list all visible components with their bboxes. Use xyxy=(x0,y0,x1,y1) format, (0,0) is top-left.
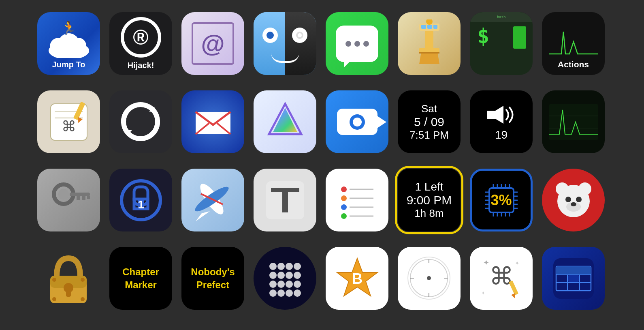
nobodys-prefect-icon[interactable]: Nobody's Prefect xyxy=(181,247,244,310)
airmail-icon[interactable] xyxy=(181,90,244,153)
volume-number: 19 xyxy=(495,129,508,141)
svg-rect-12 xyxy=(419,52,439,54)
reminders-icon[interactable] xyxy=(326,169,388,231)
zoom-icon[interactable] xyxy=(326,90,388,153)
svg-point-104 xyxy=(277,281,285,288)
stats-graph-icon[interactable] xyxy=(542,90,605,153)
svg-point-110 xyxy=(294,289,301,297)
stats-svg xyxy=(547,102,600,142)
svg-point-91 xyxy=(52,278,56,282)
airmail5-icon[interactable] xyxy=(181,169,244,231)
svg-point-33 xyxy=(58,189,69,199)
svg-rect-48 xyxy=(271,188,299,192)
svg-point-97 xyxy=(286,263,293,270)
cpu-percent-label: 3% xyxy=(490,192,512,209)
onepassword-icon[interactable]: 1 xyxy=(109,169,172,231)
tableflip-icon[interactable] xyxy=(542,247,605,310)
svg-rect-137 xyxy=(556,266,591,274)
jump-to-label: Jump To xyxy=(52,60,85,69)
terminal-green-block xyxy=(513,26,526,49)
finder-eye-right xyxy=(292,28,307,43)
svg-point-57 xyxy=(341,213,347,219)
svg-point-55 xyxy=(341,204,347,210)
finder-left-half xyxy=(254,12,285,75)
volume-widget-icon[interactable]: 19 xyxy=(470,90,533,153)
svg-point-109 xyxy=(286,289,293,297)
svg-point-95 xyxy=(269,263,277,270)
chapter-marker-icon[interactable]: Chapter Marker xyxy=(109,247,172,310)
sync-icon[interactable] xyxy=(109,90,172,153)
keychain-svg xyxy=(47,179,90,221)
svg-marker-28 xyxy=(487,106,503,124)
svg-text:✦: ✦ xyxy=(483,259,489,267)
finder-face xyxy=(254,12,316,75)
zoom-lens-inner xyxy=(353,118,362,126)
onepassword-svg: 1 xyxy=(119,178,163,223)
jump-to-icon[interactable]: 🏃 Jump To xyxy=(37,12,100,75)
keychain-icon[interactable] xyxy=(37,169,100,231)
km-svg: ⌘ xyxy=(47,100,91,144)
clock-widget-icon[interactable]: Sat 5 / 09 7:51 PM xyxy=(398,90,461,153)
stamp-border: @ xyxy=(192,22,234,65)
svg-point-99 xyxy=(269,272,277,279)
safari-icon[interactable] xyxy=(398,247,461,310)
app-grid: 🏃 Jump To ® Hijack! @ xyxy=(29,4,615,326)
hijack-label: Hijack! xyxy=(128,61,154,70)
msg-dot-1 xyxy=(345,41,351,47)
iterm-icon[interactable]: bash $ xyxy=(470,12,533,75)
padlock-icon[interactable] xyxy=(37,247,100,310)
svg-point-108 xyxy=(277,289,285,297)
km2-svg: ⌘ ✦ ✦ ✦ xyxy=(479,256,524,301)
svg-rect-49 xyxy=(282,192,288,212)
safari-svg xyxy=(406,255,452,302)
svg-rect-8 xyxy=(421,25,426,29)
svg-text:B: B xyxy=(352,270,363,287)
msg-dot-2 xyxy=(354,41,360,47)
svg-rect-9 xyxy=(427,25,432,29)
svg-rect-35 xyxy=(77,196,80,200)
nobodys-prefect-text1: Nobody's xyxy=(191,266,235,278)
svg-text:✦: ✦ xyxy=(515,260,520,266)
svg-point-94 xyxy=(81,297,85,301)
chapter-marker-text1: Chapter xyxy=(122,266,159,278)
svg-point-102 xyxy=(294,272,301,279)
finder-icon[interactable] xyxy=(254,12,316,75)
reminders-svg xyxy=(335,178,380,223)
finder-eye-left xyxy=(262,28,278,43)
timer-widget-icon[interactable]: 1 Left 9:00 PM 1h 8m xyxy=(398,169,461,231)
svg-text:⌘: ⌘ xyxy=(489,263,514,290)
padlock-svg xyxy=(45,252,92,305)
typora-icon[interactable] xyxy=(254,169,316,231)
svg-text:✦: ✦ xyxy=(481,290,485,296)
actions-icon[interactable]: Actions xyxy=(542,12,605,75)
hijack-icon[interactable]: ® Hijack! xyxy=(109,12,172,75)
monodraw-icon[interactable] xyxy=(254,90,316,153)
svg-point-81 xyxy=(556,182,569,195)
chapter-marker-inner: Chapter Marker xyxy=(122,247,159,310)
svg-point-82 xyxy=(578,182,591,195)
cpu-widget-icon[interactable]: 3% xyxy=(470,169,533,231)
svg-point-98 xyxy=(294,263,301,270)
bear-icon[interactable] xyxy=(542,169,605,231)
chapter-marker-text2: Marker xyxy=(125,279,157,291)
hijack-circle: ® xyxy=(121,17,161,58)
km2-icon[interactable]: ⌘ ✦ ✦ ✦ xyxy=(470,247,533,310)
atc-icon[interactable] xyxy=(398,12,461,75)
bbedit-icon[interactable]: B xyxy=(326,247,388,310)
zoom-camera xyxy=(337,109,377,135)
messages-bubble xyxy=(336,26,378,62)
mail-stamp-icon[interactable]: @ xyxy=(181,12,244,75)
nobodys-prefect-inner: Nobody's Prefect xyxy=(191,247,235,310)
launchpad-icon[interactable] xyxy=(254,247,316,310)
svg-point-51 xyxy=(341,186,347,192)
km-icon[interactable]: ⌘ xyxy=(37,90,100,153)
clock-time: 7:51 PM xyxy=(409,129,449,141)
svg-point-3 xyxy=(70,38,86,54)
terminal-bar-title: bash xyxy=(497,15,506,19)
timer-count: 1 Left xyxy=(415,180,443,193)
svg-text:⌘: ⌘ xyxy=(62,118,76,135)
tableflip-svg xyxy=(551,256,596,301)
messages-icon[interactable] xyxy=(326,12,388,75)
monodraw-svg xyxy=(263,100,307,144)
actions-graph-svg xyxy=(549,26,598,62)
